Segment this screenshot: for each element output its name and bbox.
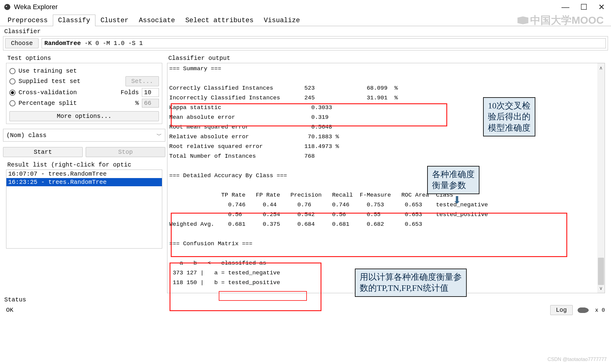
classifier-name: RandomTree — [44, 40, 81, 47]
annotation-box-accuracy — [171, 213, 567, 257]
annotation-box-confusion — [170, 263, 321, 311]
callout-accuracy-metrics: 各种准确度衡量参数 — [427, 166, 479, 194]
mooc-logo-icon — [517, 16, 528, 24]
status-count: x 0 — [595, 307, 605, 313]
scroll-down-icon[interactable]: ∨ — [599, 285, 603, 291]
classifier-output-text[interactable]: === Summary === Correctly Classified Ins… — [167, 63, 605, 293]
result-list[interactable]: 16:07:07 - trees.RandomTree 16:23:25 - t… — [6, 170, 162, 249]
status-value: OK — [6, 307, 13, 314]
class-attribute-value: (Nom) class — [6, 132, 46, 139]
start-button[interactable]: Start — [3, 147, 83, 157]
scroll-thumb[interactable] — [598, 258, 604, 285]
result-item-0[interactable]: 16:07:07 - trees.RandomTree — [6, 170, 162, 178]
classifier-panel: Classifier Choose RandomTree -K 0 -M 1.0… — [3, 28, 608, 50]
scroll-up-icon[interactable]: ∧ — [599, 65, 603, 71]
class-attribute-select[interactable]: (Nom) class ﹀ — [3, 129, 165, 142]
label-use-training-set: Use training set — [19, 67, 77, 74]
maximize-button[interactable]: ☐ — [580, 2, 587, 12]
result-item-1[interactable]: 16:23:25 - trees.RandomTree — [6, 178, 162, 186]
tab-associate[interactable]: Associate — [134, 15, 180, 26]
callout-confusion-stats: 用以计算各种准确度衡量参数的TP,TN,FP,FN统计值 — [355, 269, 467, 297]
titlebar: Weka Explorer — ☐ ✕ — [0, 0, 611, 14]
window-title: Weka Explorer — [14, 3, 561, 11]
minimize-button[interactable]: — — [561, 2, 569, 12]
folds-input[interactable]: 10 — [142, 88, 159, 97]
radio-cross-validation[interactable] — [9, 90, 15, 96]
result-list-panel: Result list (right-click for optic 16:07… — [6, 161, 162, 249]
chevron-down-icon: ﹀ — [156, 132, 162, 139]
test-options-legend: Test options — [6, 55, 162, 62]
tab-select-attributes[interactable]: Select attributes — [180, 15, 259, 26]
csdn-watermark: CSDN @taotaotao7777777 — [547, 357, 607, 362]
tab-visualize[interactable]: Visualize — [259, 15, 305, 26]
log-button[interactable]: Log — [550, 305, 573, 315]
radio-supplied-test-set[interactable] — [9, 78, 15, 84]
test-options-panel: Test options Use training set Supplied t… — [6, 55, 162, 124]
set-test-file-button[interactable]: Set... — [125, 76, 159, 86]
label-supplied-test-set: Supplied test set — [19, 78, 81, 85]
classifier-legend: Classifier — [3, 28, 608, 35]
vertical-scrollbar[interactable]: ∧ ∨ — [597, 63, 605, 293]
label-cross-validation: Cross-validation — [19, 89, 77, 96]
mooc-watermark: 中国大学MOOC — [517, 13, 604, 27]
percentage-input: 66 — [142, 99, 159, 108]
radio-use-training-set[interactable] — [9, 68, 15, 74]
annotation-box-summary — [171, 103, 447, 126]
classifier-output-panel: Classifier output === Summary === Correc… — [167, 55, 605, 293]
weka-app-icon — [4, 3, 11, 11]
more-options-button[interactable]: More options... — [9, 111, 159, 121]
label-percentage-split: Percentage split — [19, 100, 77, 107]
weka-bird-icon — [578, 307, 590, 314]
radio-percentage-split[interactable] — [9, 100, 15, 106]
result-list-legend: Result list (right-click for optic — [6, 161, 162, 168]
classifier-args: -K 0 -M 1.0 -S 1 — [81, 40, 143, 47]
callout-crossvalidation: 10次交叉检验后得出的模型准确度 — [483, 97, 535, 136]
classifier-config-text[interactable]: RandomTree -K 0 -M 1.0 -S 1 — [42, 38, 606, 48]
arrow-down-icon: ⬇ — [453, 194, 461, 206]
label-percent-symbol: % — [135, 100, 139, 107]
tab-cluster[interactable]: Cluster — [95, 15, 134, 26]
stop-button: Stop — [86, 147, 165, 157]
label-folds: Folds — [121, 89, 139, 96]
window-controls: — ☐ ✕ — [561, 2, 605, 12]
close-button[interactable]: ✕ — [598, 2, 605, 12]
classifier-output-legend: Classifier output — [167, 55, 605, 62]
svg-point-0 — [4, 4, 10, 10]
svg-point-1 — [6, 6, 7, 7]
choose-classifier-button[interactable]: Choose — [5, 38, 39, 48]
annotation-box-confusion-inner — [219, 291, 307, 301]
tab-classify[interactable]: Classify — [53, 15, 95, 26]
tab-preprocess[interactable]: Preprocess — [2, 15, 53, 26]
